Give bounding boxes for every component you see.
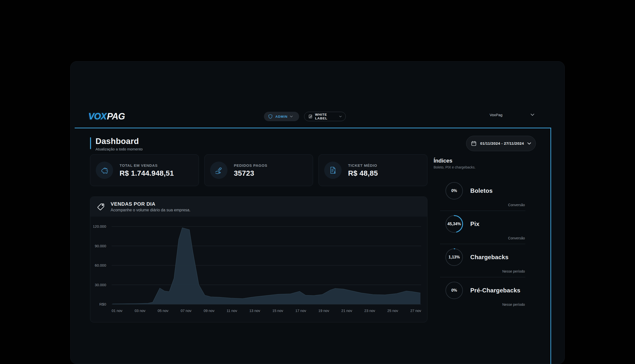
date-range-text: 01/11/2024 - 27/11/2024	[480, 141, 524, 146]
voxpag-logo: VOXPAG	[88, 111, 125, 122]
indice-label: Boletos	[470, 187, 493, 194]
stat-value: 35723	[234, 169, 267, 178]
x-axis-label: 09 nov	[204, 309, 215, 313]
indices-subtitle: Boleto, PIX e chargebacks.	[434, 165, 537, 169]
x-axis-label: 27 nov	[410, 309, 421, 313]
stat-card-total-vendas: TOTAL EM VENDAS R$ 1.744.948,51	[90, 154, 199, 186]
topbar: VOXPAG ADMIN WHITE LABEL VoxPag	[71, 110, 564, 125]
stat-value: R$ 1.744.948,51	[120, 169, 174, 178]
page-subtitle: Atualização a todo momento	[96, 147, 143, 151]
indices-panel: Índices Boleto, PIX e chargebacks. 0% Bo…	[434, 158, 537, 306]
x-axis-label: 19 nov	[318, 309, 329, 313]
stat-card-pedidos-pagos: PEDIDOS PAGOS 35723	[204, 154, 313, 186]
logo-pag: PAG	[107, 111, 125, 122]
indice-percent: 1,13%	[445, 248, 463, 266]
stat-label: TICKET MÉDIO	[348, 163, 378, 168]
title-accent-bar	[90, 137, 91, 149]
logo-vox: VOX	[88, 111, 106, 122]
file-pen-icon	[308, 114, 312, 119]
indice-note: Conversão	[434, 203, 537, 207]
x-axis-label: 03 nov	[135, 309, 146, 313]
indices-title: Índices	[434, 158, 537, 164]
y-axis-label: 90.000	[93, 244, 106, 248]
stat-icon-circle	[210, 162, 227, 179]
indice-note: Conversão	[434, 236, 537, 240]
indice-item-pre-chargebacks: 0% Pré-Chargebacks Nesse período	[434, 277, 537, 306]
shield-icon	[268, 114, 273, 119]
y-axis-label: R$0	[93, 302, 106, 306]
y-axis-label: 120.000	[93, 224, 106, 229]
x-axis-label: 13 nov	[249, 309, 260, 313]
x-axis-label: 05 nov	[158, 309, 168, 313]
chart-subtitle: Acompanhe o volume diário da sua empresa…	[111, 208, 190, 212]
indice-item-chargebacks: 1,13% Chargebacks Nesse período	[434, 244, 537, 277]
chevron-down-icon	[527, 142, 531, 145]
area-chart-svg	[112, 222, 421, 307]
admin-button-label: ADMIN	[275, 115, 287, 118]
piggy-bank-icon	[100, 166, 109, 175]
svg-text:$: $	[334, 171, 336, 174]
x-axis-label: 25 nov	[388, 309, 398, 313]
chevron-down-icon	[339, 116, 342, 118]
progress-ring: 0%	[445, 182, 463, 200]
hand-coins-icon	[214, 166, 223, 175]
stats-row: TOTAL EM VENDAS R$ 1.744.948,51 PEDIDOS …	[90, 154, 427, 186]
vendas-por-dia-card: VENDAS POR DIA Acompanhe o volume diário…	[90, 196, 427, 322]
account-dropdown[interactable]: VoxPag	[490, 113, 534, 117]
x-axis-label: 21 nov	[341, 309, 352, 313]
indice-label: Pré-Chargebacks	[470, 287, 520, 294]
indice-percent: 45,34%	[445, 215, 463, 233]
blue-side-line	[550, 128, 551, 364]
y-axis-label: 60.000	[93, 263, 106, 268]
indice-note: Nesse período	[434, 302, 537, 306]
receipt-dollar-icon: $	[328, 166, 338, 175]
white-label-button[interactable]: WHITE LABEL	[304, 112, 346, 121]
x-axis-label: 23 nov	[364, 309, 375, 313]
chart-title: VENDAS POR DIA	[111, 201, 190, 207]
indice-note: Nesse período	[434, 269, 537, 273]
chart-body: 120.000 90.000 60.000 30.000 R$0 01 nov0…	[90, 216, 427, 322]
x-axis-label: 11 nov	[227, 309, 237, 313]
indices-list: 0% Boletos Conversão 45,34% Pix Conversã…	[434, 178, 537, 306]
indice-item-pix: 45,34% Pix Conversão	[434, 211, 537, 244]
stat-card-ticket-medio: $ TICKET MÉDIO R$ 48,85	[319, 154, 427, 186]
y-axis-label: 30.000	[93, 283, 106, 287]
chevron-down-icon	[531, 114, 534, 116]
page-title: Dashboard	[96, 136, 143, 146]
x-axis: 01 nov03 nov05 nov07 nov09 nov11 nov13 n…	[112, 309, 421, 313]
blue-divider-line	[75, 128, 551, 128]
tag-icon	[97, 202, 105, 211]
x-axis-label: 01 nov	[112, 309, 123, 313]
indice-label: Chargebacks	[470, 254, 508, 261]
app-window: VOXPAG ADMIN WHITE LABEL VoxPag Dashboar…	[70, 61, 565, 364]
stat-value: R$ 48,85	[348, 169, 378, 178]
indice-percent: 0%	[445, 281, 463, 300]
stat-label: PEDIDOS PAGOS	[234, 163, 267, 168]
admin-button[interactable]: ADMIN	[264, 112, 299, 121]
progress-ring: 45,34%	[445, 215, 463, 233]
x-axis-label: 07 nov	[181, 309, 191, 313]
indice-label: Pix	[470, 220, 479, 228]
progress-ring: 0%	[445, 281, 463, 300]
indice-percent: 0%	[445, 182, 463, 200]
stat-icon-circle	[96, 162, 113, 179]
date-range-picker[interactable]: 01/11/2024 - 27/11/2024	[466, 136, 536, 151]
indice-item-boletos: 0% Boletos Conversão	[434, 178, 537, 211]
chart-header: VENDAS POR DIA Acompanhe o volume diário…	[90, 197, 427, 216]
white-label-button-label: WHITE LABEL	[315, 113, 337, 120]
area-series	[112, 228, 420, 304]
progress-ring: 1,13%	[445, 248, 463, 266]
calendar-icon	[471, 140, 477, 146]
stat-icon-circle: $	[324, 162, 342, 179]
x-axis-label: 15 nov	[272, 309, 283, 313]
page-header: Dashboard Atualização a todo momento	[90, 136, 143, 151]
stat-label: TOTAL EM VENDAS	[120, 163, 174, 168]
account-name: VoxPag	[490, 113, 503, 117]
chevron-down-icon	[290, 116, 293, 118]
x-axis-label: 17 nov	[295, 309, 306, 313]
area-chart-plot	[112, 222, 421, 307]
